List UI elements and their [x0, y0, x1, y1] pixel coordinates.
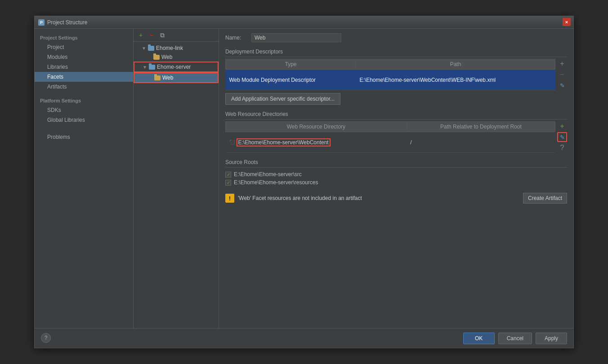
wr-col-dir: Web Resource Directory — [226, 122, 407, 132]
source-roots-section: Source Roots ✓ E:\Ehome\Ehome-server\src… — [225, 157, 567, 186]
dialog-footer: OK Cancel Apply — [35, 328, 573, 348]
dd-type-cell: Web Module Deployment Descriptor — [226, 70, 356, 90]
sidebar-item-modules[interactable]: Modules — [35, 52, 133, 62]
source-root-path-0: E:\Ehome\Ehome-server\src — [234, 171, 302, 178]
platform-settings-header: Platform Settings — [35, 96, 133, 105]
tree-item-ehome-server[interactable]: ▼ Ehome-server — [134, 62, 219, 72]
sidebar-item-global-libraries[interactable]: Global Libraries — [35, 115, 133, 125]
deployment-descriptors-title: Deployment Descriptors — [225, 47, 567, 57]
right-panel: Name: Web Deployment Descriptors Type Pa… — [219, 29, 573, 328]
dd-side-buttons: + − ✎ — [557, 59, 567, 90]
web-resource-title: Web Resource Directories — [225, 109, 567, 120]
web-resource-table: Web Resource Directory Path Relative to … — [225, 121, 555, 153]
wr-side-buttons: + ✎ ? — [557, 121, 567, 153]
dd-edit-button[interactable]: ✎ — [557, 80, 567, 90]
folder-icon — [149, 65, 155, 70]
tree-item-ehome-link[interactable]: ▼ Ehome-link — [134, 44, 219, 53]
tree-item-label: Ehome-server — [157, 64, 191, 70]
dialog-title: Project Structure — [47, 19, 87, 26]
web-resource-table-wrapper: Web Resource Directory Path Relative to … — [225, 121, 567, 153]
platform-settings-section: Platform Settings SDKs Global Libraries — [35, 96, 133, 125]
add-descriptor-button[interactable]: Add Application Server specific descript… — [225, 93, 340, 105]
tree-item-web-server[interactable]: Web — [134, 72, 219, 83]
wr-dir-value: E:\Ehome\Ehome-server\WebContent — [237, 138, 331, 146]
table-row[interactable]: Web Module Deployment Descriptor E:\Ehom… — [226, 70, 555, 90]
sidebar-item-libraries[interactable]: Libraries — [35, 62, 133, 72]
deployment-descriptors-table-wrapper: Type Path Web Module Deployment Descript… — [225, 59, 567, 90]
dd-col-type: Type — [226, 59, 356, 70]
tree-item-label: Web — [162, 75, 173, 81]
tree-item-web-link[interactable]: Web — [134, 53, 219, 62]
table-row[interactable]: ⬛ E:\Ehome\Ehome-server\WebContent / — [226, 132, 555, 153]
wr-add-button[interactable]: + — [557, 121, 567, 131]
collapse-arrow: ▼ — [143, 65, 147, 70]
tree-remove-button[interactable]: − — [147, 31, 156, 40]
warning-icon: ! — [225, 194, 234, 203]
sidebar-item-facets[interactable]: Facets — [35, 72, 133, 82]
source-root-path-1: E:\Ehome\Ehome-server\resources — [234, 179, 318, 186]
wr-dir-cell: ⬛ E:\Ehome\Ehome-server\WebContent — [226, 132, 407, 153]
name-input[interactable]: Web — [251, 33, 341, 42]
dd-add-button[interactable]: + — [557, 59, 567, 69]
tree-item-label: Web — [161, 54, 172, 60]
wr-edit-button[interactable]: ✎ — [557, 132, 567, 142]
source-root-row-1: ✓ E:\Ehome\Ehome-server\resources — [225, 179, 567, 186]
dialog-body: Project Settings Project Modules Librari… — [35, 29, 573, 328]
web-resource-section: Web Resource Directories Web Resource Di… — [225, 109, 567, 153]
tree-item-label: Ehome-link — [156, 45, 183, 51]
tree-copy-button[interactable]: ⧉ — [158, 31, 167, 40]
title-bar: P Project Structure × — [35, 16, 573, 29]
project-structure-dialog: P Project Structure × Project Settings P… — [34, 16, 574, 348]
help-button[interactable]: ? — [41, 333, 51, 343]
wr-col-path: Path Relative to Deployment Root — [407, 122, 555, 132]
tree-add-button[interactable]: + — [136, 31, 145, 40]
sidebar-item-project[interactable]: Project — [35, 42, 133, 52]
apply-button[interactable]: Apply — [536, 333, 567, 344]
spacer — [147, 55, 152, 60]
close-button[interactable]: × — [563, 18, 571, 26]
name-field-row: Name: Web — [225, 33, 567, 42]
cancel-button[interactable]: Cancel — [498, 333, 532, 344]
name-label: Name: — [225, 35, 248, 41]
tree-panel: + − ⧉ ▼ Ehome-link Web ▼ — [134, 29, 219, 328]
deployment-descriptors-table: Type Path Web Module Deployment Descript… — [225, 59, 555, 90]
dialog-icon: P — [38, 19, 45, 26]
sidebar-item-artifacts[interactable]: Artifacts — [35, 82, 133, 92]
project-settings-header: Project Settings — [35, 33, 133, 42]
create-artifact-button[interactable]: Create Artifact — [523, 193, 567, 204]
web-icon — [154, 75, 161, 80]
sidebar-item-problems[interactable]: Problems — [35, 132, 133, 142]
wr-path-cell: / — [407, 132, 555, 153]
collapse-arrow: ▼ — [142, 46, 146, 51]
folder-icon — [148, 46, 154, 51]
tree-toolbar: + − ⧉ — [134, 29, 219, 42]
source-root-checkbox-0[interactable]: ✓ — [225, 172, 231, 178]
dd-col-path: Path — [356, 59, 555, 70]
left-panel: Project Settings Project Modules Librari… — [35, 29, 134, 328]
source-roots-title: Source Roots — [225, 157, 567, 168]
tree-content: ▼ Ehome-link Web ▼ Ehome-server — [134, 42, 219, 328]
source-root-row-0: ✓ E:\Ehome\Ehome-server\src — [225, 171, 567, 178]
deployment-descriptors-section: Deployment Descriptors Type Path Web Mod… — [225, 47, 567, 105]
spacer — [148, 75, 152, 80]
source-root-checkbox-1[interactable]: ✓ — [225, 180, 231, 186]
wr-help-button[interactable]: ? — [557, 143, 567, 153]
web-icon — [153, 55, 160, 60]
warning-row: ! 'Web' Facet resources are not included… — [225, 193, 567, 204]
dd-remove-button[interactable]: − — [557, 70, 567, 80]
dd-path-cell: E:\Ehome\Ehome-server\WebContent\WEB-INF… — [356, 70, 555, 90]
warning-text: 'Web' Facet resources are not included i… — [238, 195, 362, 201]
sidebar-item-sdks[interactable]: SDKs — [35, 105, 133, 115]
ok-button[interactable]: OK — [463, 333, 495, 344]
